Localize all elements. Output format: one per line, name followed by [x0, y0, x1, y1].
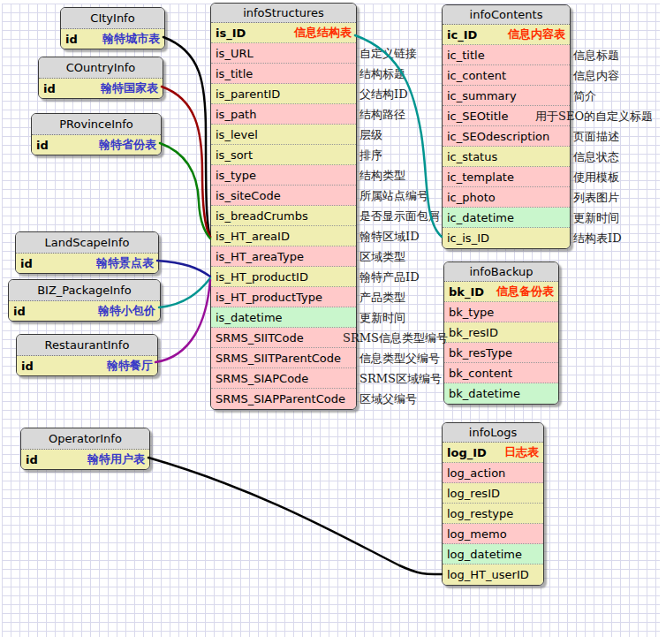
field-row-ic_datetime: ic_datetime	[443, 208, 570, 228]
field-name: ic_photo	[447, 191, 496, 204]
table-annotation: 信息结构表	[289, 25, 352, 41]
table-annotation: 翰特小包价	[93, 303, 155, 319]
table-annotation: 信息内容表	[503, 27, 565, 42]
field-name: ic_content	[447, 69, 506, 82]
table-bizpackageinfo: BIZ_PackageInfoid翰特小包价	[8, 279, 161, 322]
field-row-is_parentID: is_parentID	[211, 84, 356, 104]
field-row-is_URL: is_URL	[211, 43, 356, 64]
table-title-operatorinfo: OperatorInfo	[21, 428, 149, 450]
field-row-is_siteCode: is_siteCode	[211, 186, 356, 206]
field-note-ic_SEOdescription: 页面描述	[573, 129, 619, 145]
field-note-is_title: 结构标题	[359, 66, 405, 82]
field-row-bk_resID: bk_resID	[444, 322, 558, 343]
field-row-bk_content: bk_content	[444, 363, 558, 383]
field-name: SRMS_SIITCode	[216, 331, 304, 345]
field-note-ic_is_ID: 结构表ID	[573, 231, 622, 246]
field-name: is_HT_productType	[216, 291, 322, 304]
field-note-SRMS_SIITParentCode: 信息类型父编号	[359, 351, 440, 367]
field-row-bk_type: bk_type	[444, 302, 558, 322]
field-name: is_title	[216, 67, 253, 80]
field-name: log_action	[447, 466, 505, 480]
table-title-infocontents: infoContents	[443, 5, 570, 25]
field-note-is_type: 结构类型	[359, 168, 405, 184]
field-row-id: id翰特景点表	[16, 254, 158, 273]
field-row-is_HT_areaType: is_HT_areaType	[211, 246, 356, 267]
field-name: ic_summary	[447, 89, 517, 102]
field-name: log_HT_userID	[447, 568, 529, 581]
field-name: log_restype	[447, 507, 513, 520]
field-row-is_sort: is_sort	[211, 145, 356, 165]
field-name: log_datetime	[447, 548, 522, 561]
field-row-bk_ID: bk_ID信息备份表	[444, 282, 558, 302]
field-row-bk_datetime: bk_datetime	[444, 383, 558, 404]
field-row-is_path: is_path	[211, 104, 356, 125]
field-row-id: id翰特餐厅	[17, 356, 157, 375]
field-row-ic_ID: ic_ID信息内容表	[443, 25, 570, 45]
table-infobackup: infoBackupbk_ID信息备份表bk_typebk_resIDbk_re…	[443, 261, 559, 405]
field-name: is_HT_productID	[216, 270, 308, 284]
field-row-log_datetime: log_datetime	[443, 544, 543, 564]
field-row-ic_content: ic_content	[443, 65, 570, 86]
field-name: is_datetime	[216, 311, 283, 324]
field-note-ic_photo: 列表图片	[573, 190, 619, 206]
field-note-ic_status: 信息状态	[573, 149, 619, 165]
field-row-is_breadCrumbs: is_breadCrumbs	[211, 206, 356, 226]
table-annotation: 翰特省份表	[94, 137, 156, 153]
field-row-is_level: is_level	[211, 125, 356, 145]
field-name: is_parentID	[216, 87, 280, 101]
table-title-bizpackageinfo: BIZ_PackageInfo	[9, 280, 160, 301]
field-name: id	[26, 453, 38, 466]
table-title-infologs: infoLogs	[443, 423, 543, 443]
field-row-bk_resType: bk_resType	[444, 343, 558, 363]
field-row-id: id翰特城市表	[61, 29, 164, 49]
table-title-countryinfo: COuntryInfo	[39, 57, 163, 79]
field-note-ic_template: 使用模板	[573, 170, 619, 186]
table-infologs: infoLogslog_ID日志表log_actionlog_resIDlog_…	[442, 422, 544, 586]
table-restaurantinfo: RestaurantInfoid翰特餐厅	[16, 334, 158, 376]
table-annotation: 翰特城市表	[97, 31, 160, 47]
field-name: ic_datetime	[447, 211, 514, 224]
field-row-id: id翰特国家表	[39, 79, 163, 98]
table-title-infobackup: infoBackup	[444, 262, 558, 282]
field-row-id: id翰特用户表	[21, 450, 149, 469]
field-row-is_ID: is_ID信息结构表	[211, 23, 356, 43]
field-row-ic_title: ic_title	[443, 45, 570, 65]
field-name: bk_type	[449, 306, 494, 319]
field-row-ic_is_ID: ic_is_ID	[443, 228, 570, 248]
field-note-SRMS_SIAPParentCode: 区域父编号	[359, 391, 417, 407]
field-row-log_ID: log_ID日志表	[443, 443, 543, 463]
field-name: SRMS_SIAPParentCode	[216, 392, 345, 405]
field-note-is_URL: 自定义链接	[359, 46, 417, 62]
table-annotation: 翰特景点表	[91, 255, 154, 271]
table-annotation: 翰特国家表	[95, 80, 158, 96]
field-row-log_HT_userID: log_HT_userID	[443, 564, 543, 585]
field-name: is_breadCrumbs	[216, 209, 308, 223]
field-name: log_ID	[447, 446, 487, 459]
field-note-is_HT_areaType: 区域类型	[359, 249, 405, 265]
field-name: is_path	[216, 108, 256, 121]
field-row-is_datetime: is_datetime	[211, 307, 356, 328]
field-row-log_action: log_action	[443, 463, 543, 483]
field-name: bk_resID	[449, 326, 498, 339]
field-name: id	[21, 360, 34, 373]
field-note-is_path: 结构路径	[359, 107, 405, 123]
table-annotation: 翰特餐厅	[102, 358, 153, 374]
diagram-canvas: CItyInfoid翰特城市表COuntryInfoid翰特国家表PRovinc…	[0, 0, 666, 644]
table-title-provinceinfo: PRovinceInfo	[32, 114, 161, 135]
field-row-id: id翰特小包价	[9, 301, 160, 321]
table-title-cityinfo: CItyInfo	[61, 8, 164, 29]
field-name: log_resID	[447, 487, 500, 500]
field-note-is_parentID: 父结构ID	[359, 87, 408, 102]
table-title-restaurantinfo: RestaurantInfo	[17, 335, 157, 356]
table-title-landscapeinfo: LandScapeInfo	[16, 232, 158, 254]
field-row-ic_template: ic_template	[443, 167, 570, 187]
field-row-is_HT_productType: is_HT_productType	[211, 287, 356, 307]
field-name: bk_content	[449, 367, 512, 380]
table-provinceinfo: PRovinceInfoid翰特省份表	[31, 113, 162, 155]
table-annotation: 日志表	[499, 444, 539, 460]
table-cityinfo: CItyInfoid翰特城市表	[60, 7, 165, 49]
field-name: SRMS_SIAPCode	[216, 372, 308, 385]
field-row-SRMS_SIITCode: SRMS_SIITCode	[211, 328, 356, 348]
field-name: ic_SEOtitle	[447, 110, 508, 123]
field-name: ic_title	[447, 49, 485, 62]
